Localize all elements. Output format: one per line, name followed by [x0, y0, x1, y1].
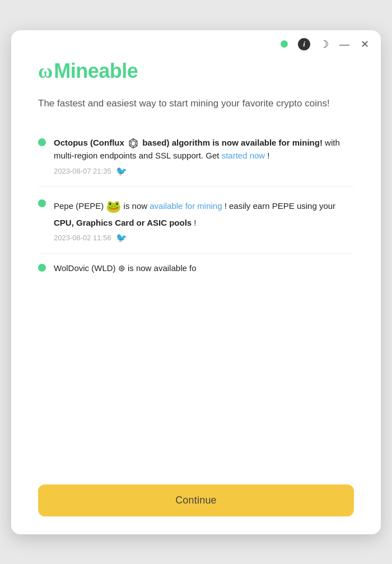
news-dot-3	[38, 264, 46, 272]
bottom-bar: Continue	[11, 476, 381, 534]
news-date-2: 2023-08-02 11:56	[54, 234, 111, 242]
available-mining-link[interactable]: available for mining	[150, 201, 222, 211]
close-button[interactable]: ✕	[358, 38, 371, 50]
logo-wave-icon: ω	[38, 59, 53, 83]
news-text-3: WolDovic (WLD) ⊛ is now available fo	[54, 262, 354, 274]
info-button[interactable]: i	[298, 38, 310, 50]
pepe-prefix: Pepe (PEPE) 🐸 is now	[54, 201, 150, 211]
conflux-icon	[128, 138, 139, 149]
minimize-button[interactable]: —	[338, 38, 351, 50]
close-icon: ✕	[361, 39, 369, 49]
news-body-1: Octopus (Conflux	[54, 136, 354, 176]
svg-marker-1	[131, 141, 136, 146]
octopus-title: Octopus (Conflux	[54, 138, 325, 147]
pepe-emoji: 🐸	[106, 199, 121, 213]
info-icon[interactable]: i	[298, 38, 310, 50]
news-meta-1: 2023-08-07 21:35 🐦	[54, 166, 354, 176]
dark-mode-button[interactable]: ☽	[318, 38, 330, 50]
pepe-suffix: ! easily earn PEPE using your	[225, 201, 335, 211]
news-body-3: WolDovic (WLD) ⊛ is now available fo	[54, 262, 354, 278]
pepe-bold: CPU, Graphics Card or ASIC pools	[54, 218, 192, 227]
news-item-partial: WolDovic (WLD) ⊛ is now available fo	[38, 254, 354, 280]
logo-section: ω Mineable	[38, 59, 354, 83]
status-dot	[278, 38, 290, 50]
news-date-1: 2023-08-07 21:35	[54, 167, 111, 175]
status-indicator	[281, 40, 288, 48]
titlebar: i ☽ — ✕	[11, 30, 381, 55]
logo-text: Mineable	[54, 59, 138, 83]
minimize-icon: —	[339, 39, 349, 49]
partial-text-2: is now available fo	[128, 263, 197, 273]
news-text-2: Pepe (PEPE) 🐸 is now available for minin…	[54, 197, 354, 229]
news-dot-2	[38, 199, 46, 207]
twitter-icon-1[interactable]: 🐦	[116, 166, 127, 176]
news-item-pepe: Pepe (PEPE) 🐸 is now available for minin…	[38, 187, 354, 254]
tagline: The fastest and easiest way to start min…	[38, 96, 354, 111]
logo: ω Mineable	[38, 59, 354, 83]
main-content: ω Mineable The fastest and easiest way t…	[11, 55, 381, 476]
main-window: i ☽ — ✕ ω Mineable The fastest and easie…	[11, 30, 381, 534]
moon-icon: ☽	[320, 39, 329, 49]
news-meta-2: 2023-08-02 11:56 🐦	[54, 232, 354, 243]
fade-overlay	[38, 431, 354, 476]
partial-text: WolDovic (WLD)	[54, 263, 118, 273]
octopus-end: !	[267, 151, 269, 160]
news-text-1: Octopus (Conflux	[54, 136, 354, 162]
pepe-end: !	[194, 218, 196, 227]
news-item-octopus: Octopus (Conflux	[38, 126, 354, 187]
partial-icon: ⊛	[118, 263, 125, 273]
started-now-link[interactable]: started now	[222, 151, 265, 160]
twitter-icon-2[interactable]: 🐦	[116, 232, 127, 243]
news-list: Octopus (Conflux	[38, 126, 354, 476]
continue-button[interactable]: Continue	[38, 484, 354, 516]
news-dot-1	[38, 138, 46, 146]
news-body-2: Pepe (PEPE) 🐸 is now available for minin…	[54, 197, 354, 243]
